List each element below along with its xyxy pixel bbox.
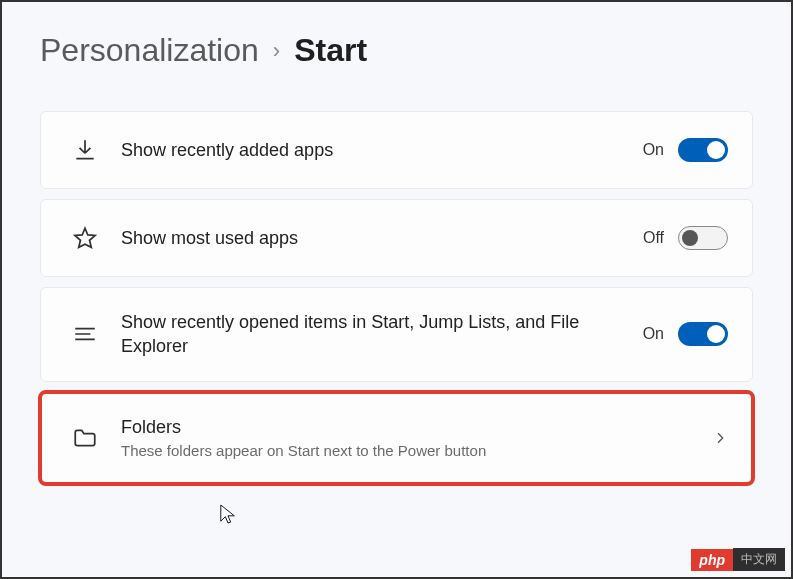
badge-left: php — [691, 549, 733, 571]
badge-right: 中文网 — [733, 548, 785, 571]
settings-list: Show recently added apps On Show most us… — [2, 69, 791, 484]
watermark-badge: php 中文网 — [691, 548, 785, 571]
chevron-right-icon: › — [273, 38, 280, 64]
folder-icon — [61, 425, 109, 451]
row-label: Folders — [121, 415, 712, 439]
toggle-recent-items[interactable] — [678, 322, 728, 346]
toggle-state-label: On — [643, 325, 664, 343]
row-label: Show recently opened items in Start, Jum… — [109, 310, 643, 359]
row-label: Show most used apps — [109, 226, 643, 250]
toggle-most-used-apps[interactable] — [678, 226, 728, 250]
cursor-icon — [219, 503, 237, 529]
star-icon — [61, 225, 109, 251]
download-icon — [61, 137, 109, 163]
row-most-used-apps[interactable]: Show most used apps Off — [40, 199, 753, 277]
row-recently-added-apps[interactable]: Show recently added apps On — [40, 111, 753, 189]
row-description: These folders appear on Start next to th… — [121, 441, 712, 461]
row-label: Show recently added apps — [109, 138, 643, 162]
row-text: Folders These folders appear on Start ne… — [109, 415, 712, 462]
breadcrumb-current: Start — [294, 32, 367, 69]
row-recent-items[interactable]: Show recently opened items in Start, Jum… — [40, 287, 753, 382]
breadcrumb: Personalization › Start — [2, 2, 791, 69]
toggle-state-label: On — [643, 141, 664, 159]
toggle-recently-added-apps[interactable] — [678, 138, 728, 162]
chevron-right-icon — [712, 430, 728, 446]
row-folders[interactable]: Folders These folders appear on Start ne… — [40, 392, 753, 485]
list-icon — [61, 321, 109, 347]
breadcrumb-parent[interactable]: Personalization — [40, 32, 259, 69]
toggle-state-label: Off — [643, 229, 664, 247]
